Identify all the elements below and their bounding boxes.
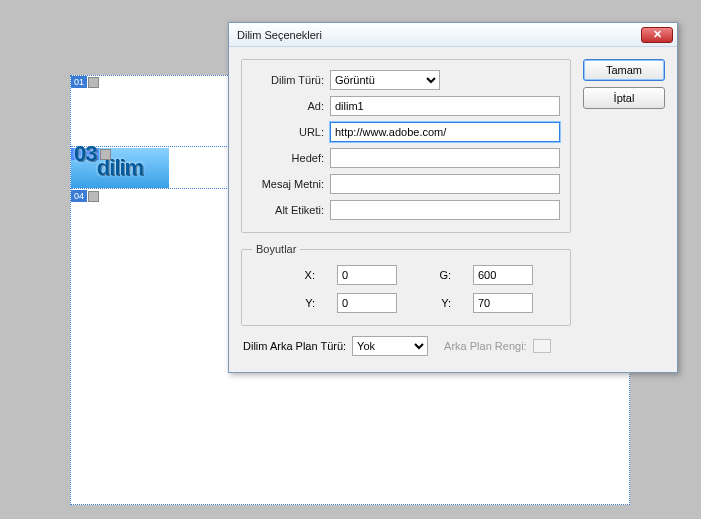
name-input[interactable] xyxy=(330,96,560,116)
bg-color-label: Arka Plan Rengi: xyxy=(444,340,527,352)
dialog-titlebar[interactable]: Dilim Seçenekleri ✕ xyxy=(229,23,677,47)
close-icon: ✕ xyxy=(653,29,662,40)
dialog-title: Dilim Seçenekleri xyxy=(237,29,641,41)
slice-type-label: Dilim Türü: xyxy=(252,74,330,86)
slice-badge-3[interactable]: 03 xyxy=(71,148,111,160)
dim-x-input[interactable] xyxy=(337,265,397,285)
slice-type-icon xyxy=(100,149,111,160)
slice-type-icon xyxy=(88,77,99,88)
dim-w-input[interactable] xyxy=(473,265,533,285)
alt-input[interactable] xyxy=(330,200,560,220)
target-input[interactable] xyxy=(330,148,560,168)
message-input[interactable] xyxy=(330,174,560,194)
ok-button[interactable]: Tamam xyxy=(583,59,665,81)
dim-w-label: G: xyxy=(415,265,455,285)
dimensions-legend: Boyutlar xyxy=(252,243,300,255)
url-label: URL: xyxy=(252,126,330,138)
slice-number: 04 xyxy=(71,190,87,202)
message-label: Mesaj Metni: xyxy=(252,178,330,190)
url-input[interactable] xyxy=(330,122,560,142)
slice-type-icon xyxy=(88,191,99,202)
target-label: Hedef: xyxy=(252,152,330,164)
slice-thumbnail[interactable]: dilim 03 xyxy=(71,148,169,188)
bg-type-label: Dilim Arka Plan Türü: xyxy=(243,340,346,352)
dimensions-group: Boyutlar X: G: Y: Y: xyxy=(241,243,571,326)
bg-type-select[interactable]: Yok xyxy=(352,336,428,356)
slice-badge-1[interactable]: 01 xyxy=(71,76,99,88)
dim-h-label: Y: xyxy=(415,293,455,313)
alt-label: Alt Etiketi: xyxy=(252,204,330,216)
cancel-button[interactable]: İptal xyxy=(583,87,665,109)
dim-x-label: X: xyxy=(279,265,319,285)
slice-options-dialog: Dilim Seçenekleri ✕ Dilim Türü: Görüntü … xyxy=(228,22,678,373)
dim-y-label: Y: xyxy=(279,293,319,313)
slice-type-select[interactable]: Görüntü xyxy=(330,70,440,90)
slice-number: 01 xyxy=(71,76,87,88)
slice-badge-4[interactable]: 04 xyxy=(71,190,99,202)
slice-number: 03 xyxy=(71,148,99,160)
bg-color-swatch xyxy=(533,339,551,353)
name-label: Ad: xyxy=(252,100,330,112)
dim-h-input[interactable] xyxy=(473,293,533,313)
close-button[interactable]: ✕ xyxy=(641,27,673,43)
dim-y-input[interactable] xyxy=(337,293,397,313)
slice-fields-group: Dilim Türü: Görüntü Ad: URL: Hedef: xyxy=(241,59,571,233)
